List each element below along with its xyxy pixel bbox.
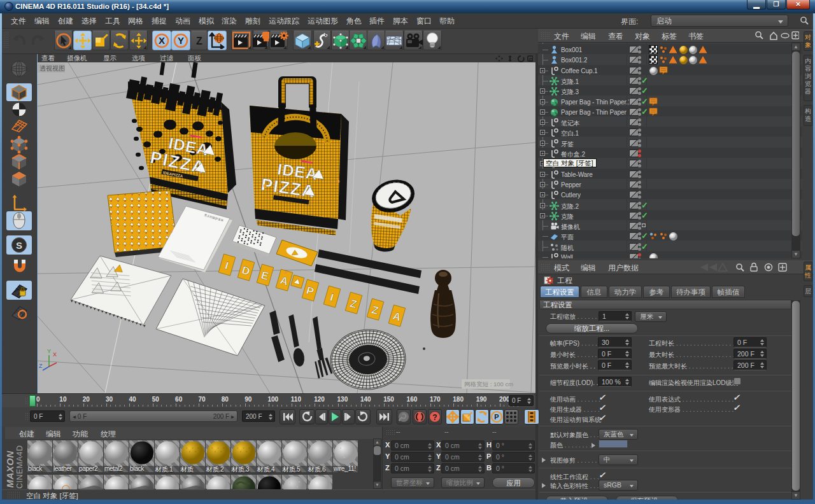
- svg-text:P: P: [494, 413, 499, 421]
- svg-text:透视视图: 透视视图: [39, 65, 65, 72]
- svg-text:S: S: [16, 240, 22, 251]
- svg-text:Z: Z: [196, 35, 202, 46]
- svg-text:Z: Z: [39, 363, 43, 369]
- svg-text:Y: Y: [178, 35, 184, 46]
- svg-text:?: ?: [432, 413, 437, 422]
- svg-text:Y: Y: [47, 348, 51, 354]
- svg-text:X: X: [53, 351, 57, 358]
- svg-text:X: X: [159, 35, 165, 46]
- svg-text:网格宽短 : 100 cm: 网格宽短 : 100 cm: [464, 381, 513, 388]
